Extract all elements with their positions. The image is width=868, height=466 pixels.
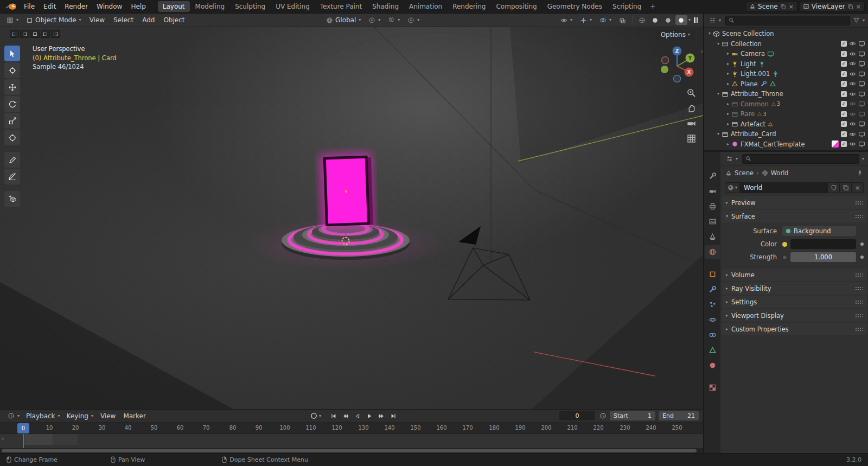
select-lasso-mode-button[interactable]	[41, 30, 50, 38]
exclude-checkbox[interactable]: ✓	[841, 91, 847, 97]
playback-menu[interactable]: Playback ▾	[23, 411, 63, 421]
camera-view-icon[interactable]	[686, 118, 697, 129]
expand-caret-icon[interactable]: ▸	[727, 82, 729, 86]
properties-search-input[interactable]	[754, 155, 856, 163]
unlink-scene-icon[interactable]: ×	[788, 3, 794, 10]
tab-tool[interactable]	[705, 169, 720, 183]
shading-wireframe-button[interactable]	[636, 15, 648, 25]
hide-eye-icon[interactable]	[849, 100, 856, 107]
channels-expand-arrow[interactable]: ›	[2, 435, 4, 442]
drag-grip-icon[interactable]	[855, 214, 863, 219]
drag-grip-icon[interactable]	[855, 273, 863, 277]
outliner-row-plane[interactable]: ▸ Plane ✓	[704, 79, 868, 90]
expand-caret-icon[interactable]: ▸	[727, 122, 729, 126]
selectable-checkbox[interactable]: ✓	[841, 51, 847, 57]
pivot-point-dropdown[interactable]: ▾	[365, 16, 384, 25]
timeline-editor-type-button[interactable]: ▾	[4, 411, 23, 420]
tab-particles[interactable]	[705, 298, 720, 311]
menu-render[interactable]: Render	[60, 1, 92, 12]
tab-output[interactable]	[705, 200, 720, 213]
expand-caret-icon[interactable]: ▾	[717, 92, 719, 96]
animate-dot-icon[interactable]	[860, 256, 864, 259]
scale-tool[interactable]	[4, 113, 20, 129]
frame-start-field[interactable]: Start 1	[610, 411, 655, 420]
tab-texture[interactable]	[705, 381, 720, 394]
hide-eye-icon[interactable]	[849, 71, 856, 78]
cursor-tool[interactable]	[4, 62, 20, 78]
tab-scene[interactable]	[705, 230, 720, 244]
properties-search[interactable]	[742, 154, 859, 164]
hide-eye-icon[interactable]	[849, 111, 856, 118]
axis-neg-x-handle[interactable]	[662, 57, 669, 64]
outliner-row-light-001[interactable]: ▸ Light.001 ✓	[704, 69, 868, 79]
expand-caret-icon[interactable]: ▾	[717, 42, 719, 46]
tab-object-data[interactable]	[705, 343, 720, 357]
menu-edit[interactable]: Edit	[39, 1, 60, 12]
play-button[interactable]	[365, 412, 375, 420]
add-workspace-button[interactable]: +	[647, 1, 659, 12]
transform-tool[interactable]	[4, 130, 20, 145]
unlink-datablock-button[interactable]: ×	[852, 182, 864, 193]
panel-surface[interactable]: ▾ Surface Surface Background	[722, 210, 867, 267]
3d-scene[interactable]	[0, 27, 703, 409]
outliner-row-light[interactable]: ▸ Light ✓	[704, 59, 868, 69]
expand-caret-icon[interactable]: ▸	[727, 102, 729, 106]
tab-material[interactable]	[705, 359, 720, 372]
tab-physics[interactable]	[705, 313, 720, 327]
disable-render-icon[interactable]	[858, 50, 865, 58]
selectable-checkbox[interactable]: ✓	[841, 61, 847, 67]
annotate-tool[interactable]	[4, 152, 20, 168]
auto-keyframe-toggle[interactable]: ▾	[310, 412, 321, 419]
shading-material-button[interactable]	[662, 15, 674, 25]
tab-sculpting[interactable]: Sculpting	[230, 1, 270, 12]
tab-animation[interactable]: Animation	[404, 1, 447, 12]
panel-viewport-display[interactable]: ▸ Viewport Display	[722, 309, 867, 322]
prev-keyframe-button[interactable]	[341, 412, 351, 420]
zoom-icon[interactable]	[686, 88, 697, 98]
tab-uv-editing[interactable]: UV Editing	[271, 1, 315, 12]
exclude-checkbox[interactable]: ✓	[841, 131, 847, 137]
disable-render-icon[interactable]	[858, 91, 865, 98]
tab-object[interactable]	[705, 267, 720, 281]
show-gizmo-toggle[interactable]: ▾	[577, 16, 595, 25]
ortho-grid-icon[interactable]	[686, 133, 697, 144]
keying-menu[interactable]: Keying ▾	[63, 411, 97, 421]
current-frame-field[interactable]: 0	[559, 411, 595, 420]
outliner-search-input[interactable]	[737, 17, 847, 24]
viewport-canvas[interactable]: Options ▾	[0, 27, 703, 409]
disable-render-icon[interactable]	[858, 60, 865, 67]
use-preview-range-icon[interactable]	[599, 412, 607, 419]
fake-user-button[interactable]	[828, 182, 840, 193]
disable-render-icon[interactable]	[858, 131, 865, 138]
marker-menu[interactable]: Marker	[119, 411, 149, 421]
outliner-row-collection[interactable]: ▾ Collection ✓	[704, 39, 868, 49]
strength-slider[interactable]: 1.000	[790, 252, 856, 262]
timeline-view-menu[interactable]: View	[97, 411, 119, 421]
hide-eye-icon[interactable]	[849, 50, 856, 58]
tab-modeling[interactable]: Modeling	[190, 1, 230, 12]
editor-type-button[interactable]: ▾	[3, 16, 22, 25]
disable-render-icon[interactable]	[858, 111, 865, 118]
drag-grip-icon[interactable]	[855, 286, 863, 291]
drag-grip-icon[interactable]	[855, 201, 863, 205]
card-object[interactable]	[320, 153, 374, 229]
expand-caret-icon[interactable]: ▸	[727, 112, 729, 116]
outliner-row-attribute-throne[interactable]: ▾ Attribute_Throne ✓	[704, 89, 868, 99]
exclude-checkbox[interactable]: ✓	[841, 121, 847, 127]
drag-grip-icon[interactable]	[855, 314, 863, 318]
new-viewlayer-icon[interactable]	[847, 4, 853, 10]
drag-grip-icon[interactable]	[855, 300, 863, 304]
outliner-search[interactable]	[725, 16, 850, 25]
axis-neg-z-handle[interactable]	[674, 75, 681, 82]
breadcrumb-scene[interactable]: Scene	[735, 169, 754, 177]
disable-render-icon[interactable]	[858, 100, 865, 107]
selectable-checkbox[interactable]: ✓	[841, 71, 847, 77]
timeline-ruler[interactable]: 0 10 20 30 40 50 60 70 80 90 100 110 120…	[0, 423, 703, 434]
region-collapse-arrow[interactable]: ‹	[701, 48, 703, 55]
pan-hand-icon[interactable]	[686, 103, 697, 113]
disable-render-icon[interactable]	[858, 141, 865, 148]
tab-texture-paint[interactable]: Texture Paint	[315, 1, 367, 12]
exclude-checkbox[interactable]: ✓	[841, 111, 847, 117]
tab-geometry-nodes[interactable]: Geometry Nodes	[542, 1, 607, 12]
menu-help[interactable]: Help	[126, 1, 150, 12]
